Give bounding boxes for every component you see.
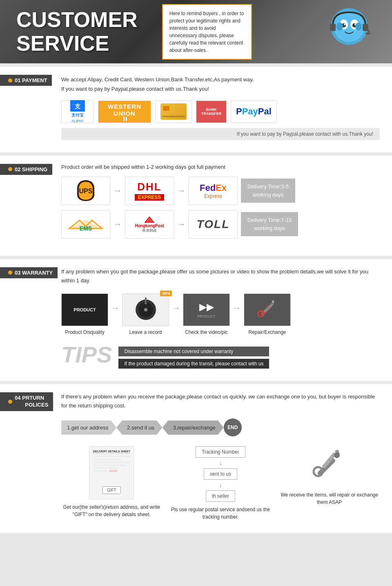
delivery-sheet-text: Get our(the seller's)return address, and…	[61, 503, 162, 518]
flow-item-2: MP4 Leave a record	[122, 293, 169, 335]
tools-icon	[309, 446, 350, 487]
header-notice: Here to remind buyers , in order to prot…	[162, 4, 252, 60]
flow-arrow-2: →	[172, 303, 180, 313]
repair-text: We receive the items, will repair or exc…	[279, 491, 380, 506]
th-seller-box: th seller	[206, 490, 235, 502]
return-text: If there's any problem when you receive …	[61, 392, 380, 410]
hkpost-icon	[143, 215, 156, 224]
alipay-icon: 支	[70, 100, 85, 112]
shipping-dot	[8, 167, 12, 171]
mp4-icon	[134, 297, 158, 322]
delivery-sheet-visual: DELIVERY DETAILS SHEET GIFT	[89, 446, 134, 499]
svg-rect-26	[263, 303, 274, 313]
header: CUSTOMERSERVICE Here to remind buyers , …	[0, 0, 392, 63]
shipping-text: Product order will be shipped within 1-2…	[61, 164, 380, 170]
flow-label-3: Check the video/pic	[185, 329, 228, 335]
tracking-item: Tracking Number ↓ sent to us ↓ th seller…	[170, 446, 271, 521]
alipay-logo: 支 支付宝 ALIPAY	[61, 101, 94, 123]
svg-point-9	[355, 22, 362, 31]
credit-card-logo	[155, 101, 192, 123]
bank-transfer-logo: BANK TRANSFER	[196, 101, 227, 123]
tools-visual	[309, 446, 350, 487]
flow-label-4: Repair/Exchange	[248, 329, 286, 335]
hkpost-logo: HongkongPost 香港郵政	[125, 210, 174, 239]
product-icon: PRODUCT	[62, 294, 108, 326]
arrow-1: →	[114, 186, 122, 195]
tips-item-2: If the product damaged during the transi…	[118, 359, 269, 369]
mp4-badge: MP4	[160, 291, 172, 296]
paypal-logo: PPayPal	[231, 101, 277, 123]
svg-rect-12	[366, 33, 369, 34]
payment-text: We accept Alipay, Credit Card, Western U…	[61, 75, 380, 94]
warranty-label: 03 WARRANTY	[0, 267, 58, 278]
svg-point-8	[336, 22, 343, 31]
delivery-sheet-item: DELIVERY DETAILS SHEET GIFT Ge	[61, 446, 162, 518]
product-disquality-box: PRODUCT	[61, 293, 108, 326]
header-title: CUSTOMERSERVICE	[16, 8, 138, 55]
svg-point-32	[334, 452, 340, 458]
step-end: END	[224, 418, 242, 436]
payment-section: 01 PAYMENT We accept Alipay, Credit Card…	[0, 67, 392, 152]
arrow-3: →	[114, 219, 122, 229]
flow-label-1: Product Disquality	[65, 329, 105, 335]
arrow-4: →	[177, 219, 185, 229]
step-3: 3.repair/exchange	[163, 420, 224, 435]
western-union-logo: WESTERN UNION ▐▐	[98, 101, 151, 123]
leave-record-box: MP4	[122, 293, 169, 326]
paypal-note: If you want to pay by Paypal,please cont…	[61, 128, 380, 140]
shipping-section: 02 SHIPPING Product order will be shippe…	[0, 156, 392, 256]
tips-items: Disassemble machine not covered under wa…	[118, 347, 269, 369]
payment-label: 01 PAYMENT	[0, 75, 52, 86]
svg-text:EMS: EMS	[80, 225, 92, 232]
tracking-visual: Tracking Number ↓ sent to us ↓ th seller	[196, 446, 245, 502]
flow-item-3: ▶▶ PRODUCT Check the video/pic	[183, 293, 230, 335]
svg-rect-10	[330, 24, 336, 31]
sent-to-us-box: sent to us	[204, 468, 237, 480]
dhl-logo: DHL EXPRESS	[125, 177, 174, 205]
warranty-dot	[8, 271, 12, 275]
ups-logo: UPS	[61, 177, 110, 205]
flow-arrow-3: →	[232, 303, 241, 313]
check-video-box: ▶▶ PRODUCT	[183, 293, 230, 326]
payment-logos: 支 支付宝 ALIPAY WESTERN UNION ▐▐	[61, 101, 380, 123]
svg-point-21	[144, 308, 147, 311]
ems-logo: EMS	[61, 210, 110, 239]
repair-box	[244, 293, 291, 326]
step-2: 2.send it us	[116, 420, 163, 435]
step-1: 1.get our address	[61, 420, 116, 435]
mascot-icon	[323, 4, 376, 57]
flow-item-4: Repair/Exchange	[244, 293, 291, 335]
return-section: 04 PRTURN POLICES If there's any problem…	[0, 384, 392, 533]
warranty-section: 03 WARRANTY If any problem when you got …	[0, 259, 392, 381]
tracking-arrow: ↓	[219, 459, 222, 467]
flow-arrow-1: →	[111, 303, 120, 313]
toll-logo: TOLL	[189, 210, 238, 239]
repair-item: We receive the items, will repair or exc…	[279, 446, 380, 506]
shipping-label: 02 SHIPPING	[0, 164, 52, 175]
shipping-row-1: UPS → DHL EXPRESS → FedEx Express Delive…	[61, 177, 380, 205]
payment-dot	[8, 78, 12, 83]
fedex-logo: FedEx Express	[189, 177, 238, 205]
return-details: DELIVERY DETAILS SHEET GIFT Ge	[61, 446, 380, 521]
return-dot	[8, 400, 12, 404]
tracking-text: Pls use regular postal service andsend u…	[170, 506, 271, 521]
svg-text:支: 支	[74, 103, 81, 110]
flow-item-1: PRODUCT Product Disquality	[61, 293, 108, 335]
ems-icon: EMS	[67, 216, 104, 233]
gift-button: GIFT	[102, 486, 121, 494]
tips-section: TIPS Disassemble machine not covered und…	[61, 343, 380, 369]
shipping-row-2: EMS → HongkongPost 香港郵政 → TOLL	[61, 210, 380, 239]
warranty-flow: PRODUCT Product Disquality → MP4	[61, 293, 380, 335]
return-steps: 1.get our address 2.send it us 3.repair/…	[61, 418, 380, 436]
repair-icon	[255, 298, 280, 321]
delivery-time-2: Delivery Time:7-15working days	[241, 212, 298, 236]
flow-label-2: Leave a record	[129, 329, 162, 335]
tips-item-1: Disassemble machine not covered under wa…	[118, 347, 269, 356]
tracking-arrow-2: ↓	[219, 481, 222, 489]
svg-rect-23	[145, 297, 147, 303]
delivery-time-1: Delivery Time:3-5working days	[241, 179, 295, 203]
svg-point-6	[344, 24, 345, 25]
tips-title: TIPS	[61, 343, 112, 366]
svg-text:UPS: UPS	[79, 188, 93, 195]
arrow-2: →	[177, 186, 185, 195]
